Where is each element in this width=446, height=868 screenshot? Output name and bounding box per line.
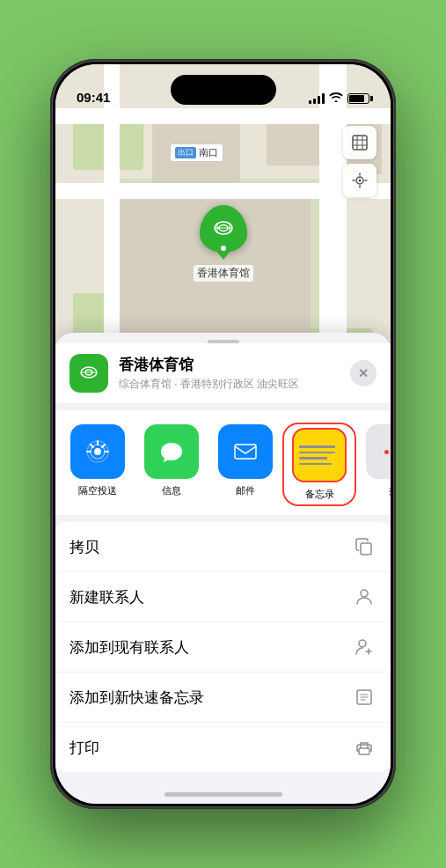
location-info: 香港体育馆 综合体育馆 · 香港特别行政区 油尖旺区 xyxy=(119,355,350,392)
signal-bar-1 xyxy=(309,100,311,104)
airdrop-label: 隔空投送 xyxy=(78,484,117,497)
app-item-more[interactable]: 推 xyxy=(358,424,391,504)
close-button[interactable]: ✕ xyxy=(350,360,377,386)
notes-label: 备忘录 xyxy=(305,488,334,501)
svg-rect-10 xyxy=(235,445,256,459)
printer-icon xyxy=(352,735,377,760)
action-add-notes-label: 添加到新快速备忘录 xyxy=(69,688,204,708)
svg-point-13 xyxy=(359,640,366,647)
map-controls xyxy=(343,126,377,197)
airdrop-icon xyxy=(70,424,125,479)
copy-icon xyxy=(352,534,377,559)
action-new-contact[interactable]: 新建联系人 xyxy=(55,572,391,622)
svg-rect-0 xyxy=(353,136,367,150)
map-label-badge: 出口 xyxy=(175,147,196,158)
action-add-existing-label: 添加到现有联系人 xyxy=(69,637,189,658)
dot-red xyxy=(384,450,389,454)
note-icon xyxy=(352,685,377,710)
marker-pin xyxy=(200,205,247,253)
more-icon xyxy=(366,424,391,479)
wifi-icon xyxy=(329,92,343,105)
app-item-airdrop[interactable]: 隔空投送 xyxy=(62,424,133,504)
signal-bar-2 xyxy=(313,99,316,104)
home-indicator xyxy=(165,792,282,797)
action-print-label: 打印 xyxy=(69,738,99,758)
marker-label: 香港体育馆 xyxy=(194,265,253,282)
person-icon xyxy=(352,585,377,609)
svg-rect-15 xyxy=(359,748,369,754)
phone-frame: 09:41 xyxy=(50,59,396,809)
app-item-notes[interactable]: 备忘录 xyxy=(284,424,355,504)
action-print[interactable]: 打印 xyxy=(55,723,391,772)
map-type-button[interactable] xyxy=(343,126,377,159)
dynamic-island xyxy=(171,75,276,105)
battery-icon xyxy=(347,93,369,104)
map-label: 出口 南口 xyxy=(170,143,223,162)
notes-icon xyxy=(292,428,347,482)
app-item-mail[interactable]: 邮件 xyxy=(210,424,281,504)
status-time: 09:41 xyxy=(77,90,110,105)
svg-rect-11 xyxy=(361,543,371,555)
map-label-text: 南口 xyxy=(199,146,218,159)
svg-point-7 xyxy=(94,448,101,455)
signal-bars xyxy=(309,93,325,104)
marker-dot xyxy=(221,246,226,251)
signal-bar-4 xyxy=(322,93,325,104)
action-copy[interactable]: 拷贝 xyxy=(55,522,391,572)
battery-fill xyxy=(349,95,364,102)
action-add-existing[interactable]: 添加到现有联系人 xyxy=(55,622,391,673)
messages-label: 信息 xyxy=(162,484,181,497)
stadium-marker: 香港体育馆 xyxy=(194,205,253,282)
more-label: 推 xyxy=(389,484,391,497)
location-subtitle: 综合体育馆 · 香港特别行政区 油尖旺区 xyxy=(119,377,350,392)
mail-icon xyxy=(218,424,273,479)
action-new-contact-label: 新建联系人 xyxy=(69,587,144,607)
bottom-sheet: 香港体育馆 综合体育馆 · 香港特别行政区 油尖旺区 ✕ xyxy=(55,333,391,804)
location-button[interactable] xyxy=(343,164,377,197)
svg-point-12 xyxy=(361,590,368,597)
mail-label: 邮件 xyxy=(236,484,255,497)
action-add-notes[interactable]: 添加到新快速备忘录 xyxy=(55,673,391,723)
location-name: 香港体育馆 xyxy=(119,355,350,375)
location-header: 香港体育馆 综合体育馆 · 香港特别行政区 油尖旺区 ✕ xyxy=(55,343,391,403)
apps-row: 隔空投送 信息 xyxy=(55,410,391,515)
app-item-messages[interactable]: 信息 xyxy=(136,424,207,504)
signal-bar-3 xyxy=(318,96,320,104)
action-list: 拷贝 新建联系人 xyxy=(55,522,391,772)
location-venue-icon xyxy=(69,354,108,393)
action-copy-label: 拷贝 xyxy=(69,537,99,557)
more-dots xyxy=(384,450,391,454)
svg-point-2 xyxy=(359,180,362,182)
phone-screen: 09:41 xyxy=(55,64,391,804)
status-icons xyxy=(309,92,369,105)
messages-icon xyxy=(144,424,199,479)
person-add-icon xyxy=(352,635,377,659)
